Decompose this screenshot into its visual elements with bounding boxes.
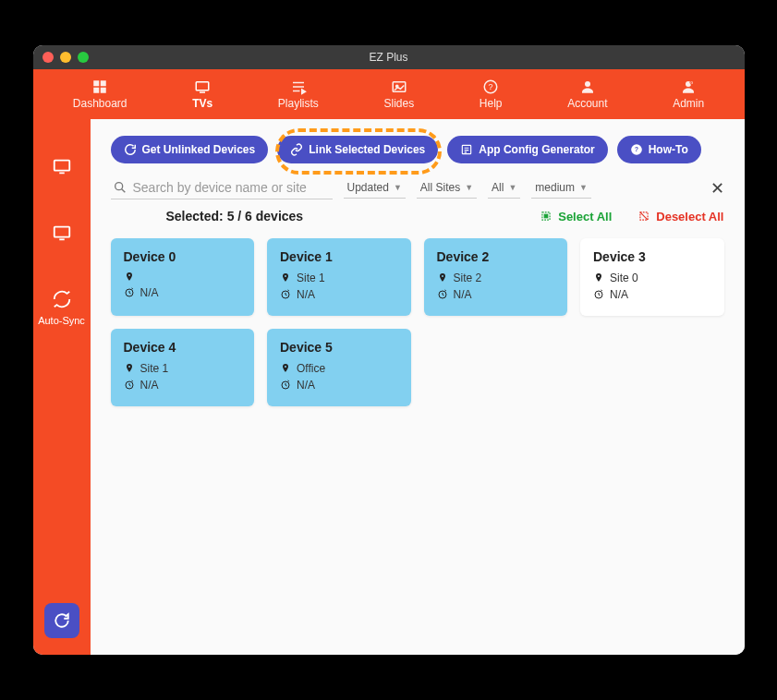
device-card[interactable]: Device 1Site 1N/A	[267, 238, 411, 316]
refresh-button[interactable]	[44, 603, 79, 638]
close-window-button[interactable]	[42, 52, 54, 63]
clear-filters-button[interactable]: ✕	[710, 178, 724, 199]
nav-account[interactable]: Account	[567, 78, 607, 110]
slides-icon	[391, 78, 407, 95]
svg-rect-2	[93, 88, 99, 93]
device-card[interactable]: Device 5OfficeN/A	[267, 329, 411, 406]
device-name: Device 0	[124, 249, 242, 264]
sidebar-item-tv1[interactable]	[52, 156, 72, 176]
link-selected-button[interactable]: Link Selected Devices	[277, 136, 438, 163]
sidebar-item-tv2[interactable]	[52, 223, 72, 243]
button-label: Deselect All	[656, 210, 723, 223]
pin-icon	[124, 363, 135, 374]
link-icon	[290, 143, 303, 156]
nav-dashboard[interactable]: Dashboard	[73, 78, 127, 110]
device-sync: N/A	[280, 288, 398, 301]
device-name: Device 2	[437, 249, 555, 264]
nav-playlists[interactable]: Playlists	[278, 78, 319, 110]
svg-rect-31	[544, 214, 548, 218]
get-unlinked-button[interactable]: Get Unlinked Devices	[111, 136, 269, 163]
device-card[interactable]: Device 3Site 0N/A	[580, 238, 724, 316]
top-nav: Dashboard TVs Playlists Slides ? Help	[33, 69, 745, 119]
dropdown-value: medium	[535, 181, 575, 194]
titlebar: EZ Plus	[33, 45, 745, 69]
device-card[interactable]: Device 4Site 1N/A	[111, 329, 255, 406]
selection-row: Selected: 5 / 6 devices Select All Desel…	[111, 209, 724, 223]
size-dropdown[interactable]: medium ▼	[531, 177, 591, 199]
button-label: Link Selected Devices	[309, 143, 425, 156]
clock-icon	[437, 289, 448, 300]
tv-outline-icon	[52, 223, 72, 243]
svg-rect-1	[101, 80, 106, 86]
sidebar: Auto-Sync	[33, 119, 91, 655]
search-icon	[113, 180, 127, 195]
svg-rect-0	[93, 80, 99, 86]
svg-point-28	[115, 183, 122, 190]
search-input[interactable]	[133, 180, 331, 195]
config-icon	[460, 143, 473, 156]
refresh-icon	[124, 143, 137, 156]
device-grid: Device 0N/ADevice 1Site 1N/ADevice 2Site…	[111, 238, 724, 406]
svg-rect-4	[196, 82, 209, 91]
nav-help[interactable]: ? Help	[480, 78, 503, 110]
window-controls	[42, 52, 89, 63]
device-sync: N/A	[437, 288, 555, 301]
filter-row: Updated ▼ All Sites ▼ All ▼ medium ▼ ✕	[111, 176, 724, 199]
device-card[interactable]: Device 0N/A	[111, 238, 255, 316]
deselect-all-icon	[637, 210, 650, 223]
svg-rect-3	[101, 88, 106, 93]
maximize-window-button[interactable]	[78, 52, 89, 63]
button-label: Get Unlinked Devices	[142, 143, 256, 156]
help-icon: ?	[630, 143, 643, 156]
device-card[interactable]: Device 2Site 2N/A	[424, 238, 568, 316]
tv-outline-icon	[52, 156, 72, 176]
nav-tvs[interactable]: TVs	[192, 78, 212, 110]
select-all-button[interactable]: Select All	[540, 210, 612, 223]
device-name: Device 3	[593, 249, 711, 264]
clock-icon	[280, 289, 291, 300]
button-label: App Config Generator	[479, 143, 594, 156]
search-field[interactable]	[111, 176, 333, 199]
device-site: Site 2	[437, 272, 555, 284]
nav-label: Account	[567, 97, 607, 110]
svg-text:?: ?	[635, 146, 638, 152]
chevron-down-icon: ▼	[508, 183, 516, 192]
select-all-icon	[540, 210, 552, 223]
device-site: Office	[280, 362, 398, 375]
minimize-window-button[interactable]	[60, 52, 71, 63]
pin-icon	[593, 272, 604, 284]
app-window: EZ Plus Dashboard TVs Playlists Slides	[33, 45, 745, 655]
device-sync: N/A	[593, 288, 711, 301]
svg-point-14	[585, 81, 590, 87]
nav-label: Dashboard	[73, 97, 127, 110]
playlist-icon	[290, 78, 307, 95]
device-site: Site 1	[280, 272, 398, 284]
config-generator-button[interactable]: App Config Generator	[447, 136, 607, 163]
sort-dropdown[interactable]: Updated ▼	[344, 177, 406, 199]
admin-icon: G	[680, 78, 697, 95]
clock-icon	[124, 380, 135, 391]
device-site: Site 0	[593, 272, 711, 284]
device-name: Device 1	[280, 249, 398, 264]
dashboard-icon	[91, 78, 108, 95]
refresh-icon	[54, 612, 70, 629]
deselect-all-button[interactable]: Deselect All	[637, 210, 723, 223]
chevron-down-icon: ▼	[394, 183, 402, 192]
site-dropdown[interactable]: All Sites ▼	[417, 177, 477, 199]
clock-icon	[280, 380, 291, 391]
button-label: Select All	[558, 210, 612, 223]
main-content: Get Unlinked Devices Link Selected Devic…	[91, 119, 745, 655]
action-row: Get Unlinked Devices Link Selected Devic…	[111, 136, 724, 163]
help-icon: ?	[482, 78, 499, 95]
nav-slides[interactable]: Slides	[383, 78, 414, 110]
howto-button[interactable]: ? How-To	[617, 136, 701, 163]
status-dropdown[interactable]: All ▼	[488, 177, 520, 199]
nav-label: Help	[480, 97, 503, 110]
dropdown-value: Updated	[347, 181, 389, 194]
sidebar-label: Auto-Sync	[38, 315, 85, 326]
clock-icon	[124, 287, 135, 298]
pin-icon	[280, 363, 291, 374]
sidebar-item-autosync[interactable]: Auto-Sync	[38, 289, 85, 326]
nav-label: Slides	[383, 97, 414, 110]
nav-admin[interactable]: G Admin	[673, 78, 704, 110]
